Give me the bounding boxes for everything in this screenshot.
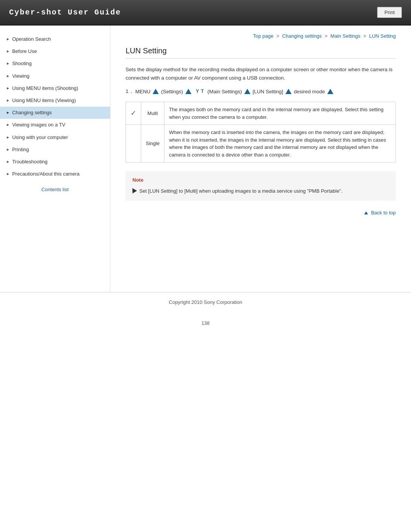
row-label-single: Single [141, 125, 164, 163]
sidebar-arrow: ► [6, 61, 10, 66]
breadcrumb-top[interactable]: Top page [253, 33, 274, 39]
sidebar-arrow: ► [6, 122, 10, 128]
sidebar-label: Before Use [12, 48, 37, 55]
sidebar-label: Changing settings [12, 109, 52, 116]
sidebar-arrow: ► [6, 49, 10, 54]
main-settings-label: (Main Settings) [207, 89, 242, 94]
sidebar-arrow: ► [6, 171, 10, 177]
sidebar-item-troubleshooting[interactable]: ►Troubleshooting [0, 156, 110, 168]
sidebar-arrow: ► [6, 98, 10, 103]
settings-table: ✓ Multi The images both on the memory ca… [126, 102, 396, 163]
breadcrumb: Top page > Changing settings > Main Sett… [126, 33, 396, 39]
sidebar-label: Using MENU items (Viewing) [12, 97, 76, 104]
header: Cyber-shot User Guide Print [0, 0, 411, 26]
copyright: Copyright 2010 Sony Corporation [169, 299, 242, 305]
breadcrumb-main-settings[interactable]: Main Settings [330, 33, 360, 39]
app-title: Cyber-shot User Guide [9, 8, 121, 17]
sidebar-item-using-with-computer[interactable]: ►Using with your computer [0, 131, 110, 144]
page-description: Sets the display method for the recordin… [126, 66, 396, 82]
page-layout: ►Operation Search►Before Use►Shooting►Vi… [0, 26, 411, 292]
sidebar-label: Troubleshooting [12, 158, 48, 165]
row-label-multi: Multi [141, 102, 164, 125]
sidebar-item-operation-search[interactable]: ►Operation Search [0, 33, 110, 45]
desired-mode-label: desired mode [294, 89, 325, 94]
note-arrow-icon [132, 188, 137, 193]
note-title: Note [132, 176, 389, 184]
sidebar-item-before-use[interactable]: ►Before Use [0, 45, 110, 58]
step-instruction: 1． MENU (Settings) ＹＴ (Main Settings) [L… [126, 88, 396, 95]
sidebar-label: Using with your computer [12, 134, 68, 141]
page-number: 138 [0, 316, 411, 334]
sidebar-item-changing-settings[interactable]: ►Changing settings [0, 107, 110, 119]
main-content: Top page > Changing settings > Main Sett… [110, 26, 411, 292]
check-cell-empty [126, 125, 141, 163]
menu-label: MENU [135, 89, 151, 94]
note-box: Note Set [LUN Setting] to [Multi] when u… [126, 171, 396, 201]
contents-list-link[interactable]: Contents list [41, 187, 69, 192]
sidebar-item-using-menu-shooting[interactable]: ►Using MENU items (Shooting) [0, 82, 110, 94]
triangle-icon-1 [153, 89, 159, 94]
sidebar-label: Precautions/About this camera [12, 171, 80, 177]
back-to-top: Back to top [126, 210, 396, 216]
table-row-multi: ✓ Multi The images both on the memory ca… [126, 102, 396, 125]
sidebar-label: Viewing [12, 73, 29, 80]
breadcrumb-lun-setting[interactable]: LUN Setting [369, 33, 396, 39]
sidebar-arrow: ► [6, 86, 10, 91]
sidebar-label: Operation Search [12, 36, 51, 43]
back-to-top-icon [364, 211, 368, 214]
footer: Copyright 2010 Sony Corporation [0, 292, 411, 316]
back-to-top-link[interactable]: Back to top [364, 210, 396, 216]
sidebar-arrow: ► [6, 73, 10, 79]
back-to-top-label: Back to top [371, 210, 396, 216]
row-desc-single: When the memory card is inserted into th… [164, 125, 396, 163]
page-title: LUN Setting [126, 46, 396, 59]
triangle-icon-2 [185, 89, 191, 94]
lun-setting-label: [LUN Setting] [253, 89, 283, 94]
note-text: Set [LUN Setting] to [Multi] when upload… [139, 187, 342, 195]
sidebar-item-printing[interactable]: ►Printing [0, 144, 110, 156]
triangle-icon-4 [285, 89, 292, 94]
sidebar-arrow: ► [6, 110, 10, 115]
note-content: Set [LUN Setting] to [Multi] when upload… [132, 187, 389, 195]
breadcrumb-changing-settings[interactable]: Changing settings [282, 33, 322, 39]
settings-symbol: ＹＴ [195, 88, 205, 95]
check-cell: ✓ [126, 102, 141, 125]
print-button[interactable]: Print [377, 7, 402, 18]
sidebar-item-precautions[interactable]: ►Precautions/About this camera [0, 168, 110, 180]
sidebar: ►Operation Search►Before Use►Shooting►Vi… [0, 26, 110, 292]
sidebar-item-using-menu-viewing[interactable]: ►Using MENU items (Viewing) [0, 94, 110, 107]
sidebar-item-viewing-images-tv[interactable]: ►Viewing images on a TV [0, 119, 110, 131]
step-number: 1． [126, 88, 134, 95]
triangle-icon-3 [244, 89, 250, 94]
sidebar-label: Printing [12, 146, 29, 153]
sidebar-arrow: ► [6, 147, 10, 152]
triangle-icon-5 [327, 89, 333, 94]
sidebar-label: Shooting [12, 60, 32, 67]
sidebar-item-shooting[interactable]: ►Shooting [0, 58, 110, 70]
sidebar-arrow: ► [6, 37, 10, 42]
sidebar-arrow: ► [6, 135, 10, 140]
row-desc-multi: The images both on the memory card and i… [164, 102, 396, 125]
sidebar-label: Viewing images on a TV [12, 121, 65, 128]
sidebar-item-viewing[interactable]: ►Viewing [0, 70, 110, 82]
table-row-single: Single When the memory card is inserted … [126, 125, 396, 163]
sidebar-label: Using MENU items (Shooting) [12, 85, 78, 92]
checkmark-icon: ✓ [131, 109, 136, 117]
settings-label: (Settings) [161, 89, 183, 94]
sidebar-arrow: ► [6, 159, 10, 165]
